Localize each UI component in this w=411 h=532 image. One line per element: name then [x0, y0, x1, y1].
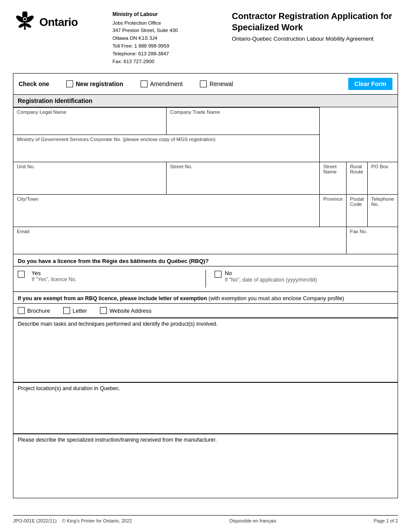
unit-no-label: Unit No.: [17, 164, 163, 169]
logo-area: Ontario: [13, 10, 100, 34]
street-name-input: [323, 180, 343, 192]
letter-checkbox[interactable]: [63, 307, 70, 314]
ontario-logo-text: Ontario: [39, 16, 78, 29]
rural-route-input: [350, 180, 364, 192]
renewal-label: Renewal: [209, 80, 233, 87]
exemption-text-normal: (with exemption you must also enclose Co…: [207, 295, 344, 301]
new-registration-label: New registration: [76, 80, 123, 87]
ministry-fax: Fax: 613 727-2900: [112, 58, 223, 66]
unit-no-input: [17, 175, 163, 187]
specialized-instruction-label: Please describe the specialized instruct…: [13, 434, 398, 445]
city-town-cell: City/Town: [13, 195, 320, 227]
footer-french: Disponible en français: [229, 518, 276, 523]
po-box-cell: PO Box: [367, 162, 398, 195]
email-label: Email: [17, 229, 343, 234]
brochure-option[interactable]: Brochure: [18, 307, 50, 314]
province-input: [323, 208, 343, 220]
email-cell: Email: [13, 227, 347, 254]
rbq-no-sublabel: If "No", date of application (yyyy/mm/dd…: [225, 277, 317, 283]
email-row: Email Fax No.: [13, 227, 398, 254]
form-number: JPO-001E (2022/11): [13, 518, 57, 523]
describe-label: Describe main tasks and techniques perfo…: [13, 318, 398, 329]
rbq-yes-label: Yes: [32, 270, 77, 276]
describe-textarea[interactable]: [13, 329, 398, 381]
footer-form-number: JPO-001E (2022/11) © King's Printer for …: [13, 518, 132, 523]
telephone-input: [371, 213, 394, 225]
clear-form-button[interactable]: Clear Form: [348, 78, 392, 90]
mgs-cell: Ministry of Government Services Corporat…: [13, 135, 320, 162]
rbq-options: Yes If "Yes", licence No. No If "No", da…: [13, 266, 398, 292]
mgs-row: Ministry of Government Services Corporat…: [13, 135, 398, 162]
postal-code-label: Postal Code: [350, 196, 364, 207]
po-box-label: PO Box: [371, 164, 394, 169]
rbq-vertical-divider: [206, 270, 206, 288]
exemption-text-bold: If you are exempt from an RBQ licence, p…: [18, 295, 207, 301]
rbq-question: Do you have a licence from the Régie des…: [13, 254, 398, 266]
rural-route-cell: Rural Route: [346, 162, 367, 195]
unit-no-cell: Unit No.: [13, 162, 167, 195]
website-option[interactable]: Website Address: [100, 307, 151, 314]
street-no-cell: Street No.: [167, 162, 320, 195]
new-registration-checkbox[interactable]: [66, 80, 73, 87]
new-registration-option[interactable]: New registration: [66, 80, 123, 87]
city-town-label: City/Town: [17, 196, 316, 202]
company-legal-name-label: Company Legal Name: [17, 109, 163, 115]
amendment-option[interactable]: Amendment: [141, 80, 183, 87]
svg-rect-6: [24, 21, 26, 30]
ministry-office: Jobs Protection Office: [112, 19, 223, 27]
rbq-no-label: No: [225, 270, 317, 276]
specialized-instruction-textarea[interactable]: [13, 445, 398, 497]
street-no-input: [170, 175, 316, 187]
renewal-checkbox[interactable]: [200, 80, 207, 87]
header: Ontario Ministry of Labour Jobs Protecti…: [13, 10, 398, 65]
rbq-yes-checkbox[interactable]: [18, 271, 25, 278]
project-location-textarea[interactable]: [13, 393, 398, 432]
trillium-icon: [13, 10, 37, 34]
exemption-section: If you are exempt from an RBQ licence, p…: [13, 292, 398, 382]
letter-option[interactable]: Letter: [63, 307, 87, 314]
brochure-label: Brochure: [27, 308, 50, 314]
fax-no-cell: Fax No.: [346, 227, 398, 254]
province-label: Province: [323, 196, 343, 202]
rbq-no-checkbox[interactable]: [215, 271, 222, 278]
rbq-no-area: No If "No", date of application (yyyy/mm…: [215, 270, 394, 283]
project-location-section: Project location(s) and duration in Queb…: [13, 382, 398, 434]
fax-no-input: [350, 240, 394, 252]
rbq-section: Do you have a licence from the Régie des…: [13, 254, 398, 292]
footer-copyright: © King's Printer for Ontario, 2022: [62, 518, 132, 523]
footer-page: Page 1 of 2: [374, 518, 398, 523]
ministry-telephone: Telephone: 613 288-3847: [112, 50, 223, 58]
fax-no-label: Fax No.: [350, 229, 394, 234]
rbq-no-inner: No If "No", date of application (yyyy/mm…: [225, 270, 317, 283]
ministry-info: Ministry of Labour Jobs Protection Offic…: [112, 10, 223, 65]
company-trade-name-cell: Company Trade Name: [167, 108, 320, 135]
ministry-toll-free: Toll Free: 1 888 998-9959: [112, 42, 223, 50]
street-name-label: Street Name: [323, 164, 343, 174]
letter-label: Letter: [73, 308, 87, 314]
footer: JPO-001E (2022/11) © King's Printer for …: [13, 515, 398, 523]
amendment-label: Amendment: [150, 80, 183, 87]
company-names-row: Company Legal Name Company Trade Name: [13, 108, 398, 135]
ministry-title: Ministry of Labour: [112, 10, 223, 19]
svg-point-5: [24, 18, 26, 20]
project-location-label: Project location(s) and duration in Queb…: [13, 383, 398, 393]
amendment-checkbox[interactable]: [141, 80, 148, 87]
postal-code-cell: Postal Code: [346, 195, 367, 227]
po-box-input: [371, 175, 394, 187]
renewal-option[interactable]: Renewal: [200, 80, 233, 87]
brochure-checkbox[interactable]: [18, 307, 25, 314]
address-row-1: Unit No. Street No. Street Name Rural Ro…: [13, 162, 398, 195]
page: Ontario Ministry of Labour Jobs Protecti…: [0, 0, 411, 532]
check-one-row: Check one New registration Amendment Ren…: [13, 73, 398, 95]
company-legal-name-cell: Company Legal Name: [13, 108, 167, 135]
postal-code-input: [350, 213, 364, 225]
company-legal-name-input-area: [17, 121, 163, 133]
specialized-instruction-section: Please describe the specialized instruct…: [13, 434, 398, 498]
rural-route-label: Rural Route: [350, 164, 364, 174]
exemption-text: If you are exempt from an RBQ licence, p…: [13, 292, 398, 304]
email-input: [17, 240, 343, 252]
rbq-yes-sublabel: If "Yes", licence No.: [32, 276, 77, 282]
province-cell: Province: [320, 195, 347, 227]
website-checkbox[interactable]: [100, 307, 107, 314]
website-label: Website Address: [109, 308, 151, 314]
